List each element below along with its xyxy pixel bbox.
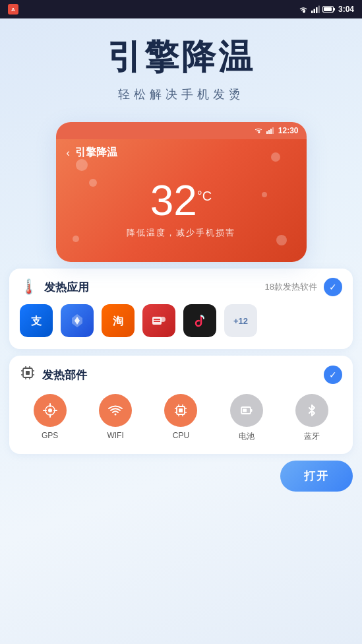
svg-rect-19 [26,371,30,375]
component-cpu: CPU [164,394,197,440]
svg-point-30 [115,414,117,416]
apps-row: 支 淘 [20,296,342,340]
battery-label: 电池 [239,431,255,442]
svg-point-28 [48,408,52,412]
component-wifi: WIFI [99,394,132,440]
app-feishu-icon [61,304,94,337]
app-alipay-wrapper: 支 [20,304,53,337]
phone-wifi-icon [255,127,262,134]
heat-components-left: 发热部件 [20,365,87,385]
phone-signal-icon [266,127,274,134]
app-feishu-wrapper [61,304,94,337]
heat-apps-card: 🌡️ 发热应用 18款发热软件 ✓ 支 [9,269,353,349]
svg-rect-16 [154,319,160,320]
cpu-label: CPU [173,431,189,440]
heat-components-header: 发热部件 ✓ [20,365,342,385]
svg-rect-3 [318,6,320,14]
app-more-icon: +12 [224,304,257,337]
heat-apps-count: 18款发热软件 [265,281,317,293]
hero-subtitle: 轻松解决手机发烫 [13,86,349,102]
heat-apps-header: 🌡️ 发热应用 18款发热软件 ✓ [20,278,342,296]
svg-rect-42 [251,409,253,412]
temp-value: 32°C [150,177,212,224]
gps-label: GPS [42,431,58,440]
svg-rect-10 [272,127,274,134]
status-right: 3:04 [299,5,354,14]
heat-components-card: 发热部件 ✓ GPS [9,356,353,454]
hero-title: 引擎降温 [13,38,349,76]
back-arrow-icon: ‹ [67,147,70,159]
phone-status-time: 12:30 [278,126,299,135]
wifi-component-icon [99,394,132,427]
bluetooth-label: 蓝牙 [304,431,320,442]
heat-apps-check[interactable]: ✓ [324,278,342,296]
component-bluetooth: 蓝牙 [295,394,328,442]
svg-rect-5 [333,8,335,11]
status-time: 3:04 [338,5,354,14]
wifi-label: WIFI [107,431,123,440]
bluetooth-icon [295,394,328,427]
phone-mockup-wrapper: 12:30 ‹ 引擎降温 32°C 降低温度， [0,122,362,262]
status-left: A [8,4,18,15]
svg-rect-6 [324,7,332,11]
component-gps: GPS [34,394,67,440]
battery-icon [322,5,336,13]
phone-header: ‹ 引擎降温 32°C 降低温度，减少手机损害 [56,139,307,262]
deco-bubble-1 [76,159,88,171]
component-battery: 电池 [230,394,263,442]
deco-bubble-3 [271,152,280,162]
gps-icon [34,394,67,427]
app-taobao-wrapper: 淘 [102,304,135,337]
temp-subtitle: 降低温度，减少手机损害 [67,227,296,239]
heat-apps-left: 🌡️ 发热应用 [20,278,89,296]
temp-unit: °C [197,189,212,203]
battery-component-icon [230,394,263,427]
svg-rect-7 [266,131,268,134]
temp-number: 32 [150,177,197,224]
open-button[interactable]: 打开 [280,461,353,492]
heat-apps-title: 发热应用 [44,280,89,295]
app-tiktok-wrapper [183,304,216,337]
app-more-wrapper: +12 [224,304,257,337]
svg-rect-9 [270,129,272,134]
status-bar: A 3:04 [0,0,362,18]
svg-point-15 [160,317,166,322]
heat-components-icon [20,365,36,385]
svg-rect-1 [313,9,315,14]
heat-components-check[interactable]: ✓ [324,366,342,384]
svg-text:支: 支 [30,315,42,327]
heat-apps-icon: 🌡️ [20,278,38,296]
app-qq-icon [142,304,175,337]
app-alipay-icon: 支 [20,304,53,337]
svg-text:淘: 淘 [113,315,123,327]
app-tiktok-icon [183,304,216,337]
svg-rect-8 [268,130,270,134]
svg-rect-2 [316,7,318,13]
phone-nav-title: 引擎降温 [75,146,117,160]
app-icon: A [8,4,18,15]
app-qq-wrapper [142,304,175,337]
phone-mockup: 12:30 ‹ 引擎降温 32°C 降低温度， [56,122,307,262]
svg-rect-0 [311,11,313,13]
phone-status-bar: 12:30 [56,122,307,139]
temperature-display: 32°C 降低温度，减少手机损害 [67,173,296,249]
svg-rect-17 [154,321,160,322]
phone-nav: ‹ 引擎降温 [67,146,296,160]
wifi-icon [299,5,308,13]
cpu-icon [164,394,197,427]
hero-section: 引擎降温 轻松解决手机发烫 [0,18,362,115]
components-row: GPS WIFI [20,385,342,445]
app-taobao-icon: 淘 [102,304,135,337]
heat-components-title: 发热部件 [42,368,87,383]
svg-rect-43 [243,409,247,412]
svg-rect-32 [179,408,183,412]
open-btn-wrapper: 打开 [0,461,362,502]
main-content: 引擎降温 轻松解决手机发烫 12:30 [0,18,362,502]
signal-icon [311,5,320,13]
